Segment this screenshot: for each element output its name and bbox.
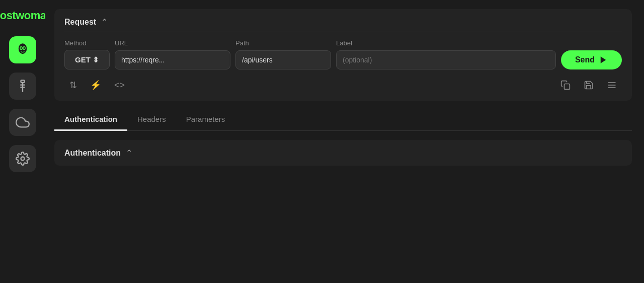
auth-section-panel: Authentication ⌃: [54, 140, 632, 166]
sidebar-item-usb[interactable]: [9, 73, 36, 100]
tab-parameters[interactable]: Parameters: [176, 109, 235, 131]
save-icon: [584, 80, 594, 90]
code-icon: <>: [114, 80, 125, 91]
usb-icon: [16, 79, 30, 93]
send-button[interactable]: Send: [561, 50, 622, 69]
svg-point-4: [24, 47, 25, 49]
send-icon: [599, 55, 608, 64]
toolbar-row: ⇅ ⚡ <>: [64, 77, 622, 94]
path-field-label: Path: [235, 39, 331, 47]
settings-icon: [16, 152, 30, 166]
label-field-label: Label: [336, 39, 622, 47]
auth-section-header: Authentication ⌃: [64, 148, 622, 158]
url-field-label: URL: [115, 39, 230, 47]
tab-authentication[interactable]: Authentication: [54, 109, 127, 131]
sidebar-item-cloud[interactable]: [9, 109, 36, 136]
code-button[interactable]: <>: [109, 77, 130, 94]
auth-collapse-icon[interactable]: ⌃: [126, 148, 132, 158]
auth-section-title: Authentication: [64, 149, 121, 158]
path-input[interactable]: [235, 50, 331, 69]
request-panel: Request ⌃ Method URL Path Label GET ⇕ PO…: [54, 9, 632, 101]
label-input[interactable]: [336, 50, 556, 69]
tabs-row: Authentication Headers Parameters: [54, 109, 632, 131]
alien-icon: [16, 43, 30, 57]
request-section-title: Request: [64, 18, 96, 27]
menu-icon: [607, 80, 617, 90]
sort-icon: ⇅: [69, 80, 77, 91]
method-select[interactable]: GET ⇕ POST PUT DELETE PATCH: [64, 50, 110, 69]
svg-rect-11: [565, 84, 570, 90]
svg-point-3: [21, 47, 22, 49]
request-collapse-icon[interactable]: ⌃: [101, 17, 108, 27]
svg-point-9: [21, 157, 25, 161]
main-content: Request ⌃ Method URL Path Label GET ⇕ PO…: [45, 0, 644, 283]
copy-button[interactable]: [555, 77, 576, 93]
request-header: Request ⌃: [64, 17, 622, 32]
field-labels-row: Method URL Path Label: [64, 39, 622, 47]
bolt-button[interactable]: ⚡: [85, 77, 106, 94]
url-input[interactable]: [115, 50, 230, 69]
url-input-row: GET ⇕ POST PUT DELETE PATCH Send: [64, 50, 622, 69]
auth-section: Authentication ⌃: [54, 131, 632, 166]
menu-button[interactable]: [602, 77, 622, 93]
tab-headers[interactable]: Headers: [127, 109, 176, 131]
method-field-label: Method: [64, 39, 110, 47]
svg-marker-10: [601, 56, 606, 63]
cloud-icon: [16, 115, 30, 129]
sort-button[interactable]: ⇅: [64, 77, 82, 94]
svg-rect-5: [21, 81, 25, 83]
sidebar-item-settings[interactable]: [9, 145, 36, 172]
sidebar-item-alien[interactable]: [9, 36, 36, 63]
save-button[interactable]: [579, 77, 599, 93]
copy-icon: [560, 80, 571, 90]
sidebar: Postwoman: [0, 0, 45, 283]
bolt-icon: ⚡: [90, 80, 101, 91]
